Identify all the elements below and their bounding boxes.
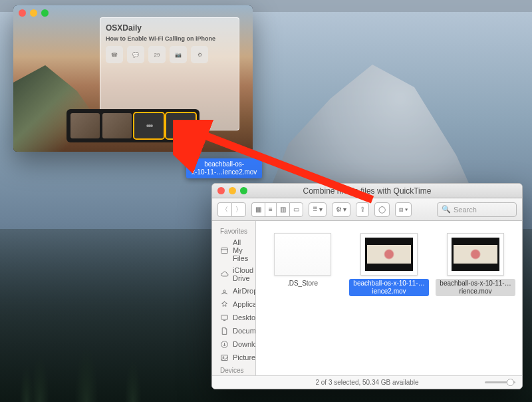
- ios-app-icon: 📷: [170, 46, 187, 63]
- file-thumbnail: [447, 233, 504, 276]
- sidebar-item-pictures[interactable]: Pictures: [212, 351, 255, 364]
- minimize-button[interactable]: [30, 9, 37, 17]
- sidebar-item-label: Downloads: [233, 340, 256, 348]
- close-button[interactable]: [217, 187, 225, 194]
- zoom-button[interactable]: [240, 187, 247, 194]
- timeline-drop-slot[interactable]: •••: [166, 113, 196, 138]
- desktop-icon: [220, 313, 229, 322]
- drag-badge-line: x-10-11-…ience2.mov: [192, 168, 257, 176]
- sidebar-item-label: Desktop: [233, 313, 256, 321]
- minimize-button[interactable]: [229, 187, 236, 194]
- sidebar-section-favorites: Favorites: [212, 225, 255, 236]
- ios-app-icon: 💬: [127, 46, 144, 63]
- sidebar-item-label: Pictures: [233, 353, 256, 361]
- airdrop-icon: [220, 286, 229, 296]
- close-button[interactable]: [19, 9, 26, 17]
- file-icon: [274, 233, 331, 276]
- quicktime-window[interactable]: OSXDaily How to Enable Wi-Fi Calling on …: [13, 5, 253, 152]
- ios-app-icon: ☎: [106, 46, 123, 63]
- sidebar-item-downloads[interactable]: Downloads: [212, 337, 255, 351]
- view-coverflow-button[interactable]: ▭: [289, 202, 303, 217]
- finder-toolbar: 〈 〉 ▦ ≡ ▥ ▭ ⠿ ▾ ⚙ ▾ ⇪ ◯ ⧈ ▾ 🔍 Search: [212, 198, 522, 221]
- tags-button[interactable]: ◯: [374, 202, 390, 217]
- file-ds-store[interactable]: .DS_Store: [263, 233, 342, 288]
- sidebar-item-all-my-files[interactable]: All My Files: [212, 236, 255, 264]
- pictures-icon: [220, 353, 229, 362]
- sidebar-item-applications[interactable]: Applications: [212, 298, 255, 311]
- file-label: beachball-os-x-10-11-…ience2.mov: [349, 279, 429, 296]
- video-canvas[interactable]: OSXDaily How to Enable Wi-Fi Calling on …: [13, 5, 253, 152]
- dropbox-button[interactable]: ⧈ ▾: [395, 202, 412, 217]
- sidebar-item-label: iCloud Drive: [233, 266, 253, 282]
- file-label: beachball-os-x-10-11-…rience.mov: [436, 279, 515, 296]
- view-icons-button[interactable]: ▦: [251, 202, 265, 217]
- back-button[interactable]: 〈: [217, 202, 231, 217]
- sidebar-section-devices: Devices: [212, 364, 255, 375]
- window-title: Combine movie files with QuickTime: [212, 186, 522, 196]
- finder-content[interactable]: .DS_Store beachball-os-x-10-11-…ience2.m…: [256, 221, 522, 375]
- finder-statusbar: 2 of 3 selected, 50.34 GB available: [212, 375, 522, 389]
- timeline-drop-slot[interactable]: •••: [134, 113, 164, 138]
- search-field[interactable]: 🔍 Search: [437, 202, 517, 217]
- sidebar-item-label: Documents: [233, 327, 256, 335]
- svg-point-6: [223, 356, 224, 357]
- sidebar-item-icloud-drive[interactable]: iCloud Drive: [212, 264, 255, 284]
- svg-point-2: [223, 290, 225, 292]
- sidebar-item-documents[interactable]: Documents: [212, 324, 255, 337]
- icon-size-slider[interactable]: [485, 381, 515, 383]
- drag-file-badge: beachball-os- x-10-11-…ience2.mov: [186, 158, 262, 178]
- downloads-icon: [220, 339, 229, 349]
- finder-window[interactable]: Combine movie files with QuickTime 〈 〉 ▦…: [211, 183, 523, 389]
- finder-titlebar[interactable]: Combine movie files with QuickTime: [212, 184, 522, 198]
- sidebar-item-desktop[interactable]: Desktop: [212, 311, 255, 324]
- forward-button[interactable]: 〉: [231, 202, 246, 217]
- sidebar-item-airdrop[interactable]: AirDrop: [212, 284, 255, 298]
- share-button[interactable]: ⇪: [356, 202, 369, 217]
- timeline-clip[interactable]: [70, 113, 100, 138]
- applications-icon: [220, 300, 229, 309]
- view-columns-button[interactable]: ▥: [276, 202, 289, 217]
- zoom-button[interactable]: [41, 9, 49, 17]
- status-text: 2 of 3 selected, 50.34 GB available: [315, 379, 418, 386]
- svg-rect-3: [221, 315, 228, 319]
- search-icon: 🔍: [442, 205, 451, 214]
- file-movie-2[interactable]: beachball-os-x-10-11-…rience.mov: [436, 233, 515, 296]
- ios-calendar-icon: 29: [148, 46, 166, 63]
- traffic-lights: [19, 9, 49, 17]
- overlay-headline: How to Enable Wi-Fi Calling on iPhone: [106, 35, 233, 42]
- arrange-button[interactable]: ⠿ ▾: [309, 202, 327, 217]
- timeline-clip[interactable]: [102, 113, 132, 138]
- ios-app-icon: ⚙: [191, 46, 208, 63]
- documents-icon: [220, 326, 229, 335]
- sidebar-item-label: Applications: [233, 300, 256, 308]
- sidebar-item-label: AirDrop: [233, 287, 256, 295]
- sidebar-item-label: All My Files: [233, 238, 248, 262]
- search-placeholder: Search: [454, 206, 477, 214]
- icloud-icon: [220, 270, 229, 279]
- drag-badge-line: beachball-os-: [192, 160, 257, 168]
- all-my-files-icon: [220, 246, 229, 255]
- svg-rect-1: [221, 248, 228, 253]
- file-thumbnail: [360, 233, 418, 276]
- overlay-site-logo: OSXDaily: [106, 23, 233, 33]
- action-button[interactable]: ⚙ ▾: [332, 202, 351, 217]
- file-label: .DS_Store: [286, 279, 319, 288]
- finder-sidebar: Favorites All My Files iCloud Drive AirD…: [212, 221, 256, 375]
- clip-timeline[interactable]: ••• •••: [66, 109, 200, 142]
- file-movie-1[interactable]: beachball-os-x-10-11-…ience2.mov: [349, 233, 429, 296]
- view-list-button[interactable]: ≡: [265, 202, 276, 217]
